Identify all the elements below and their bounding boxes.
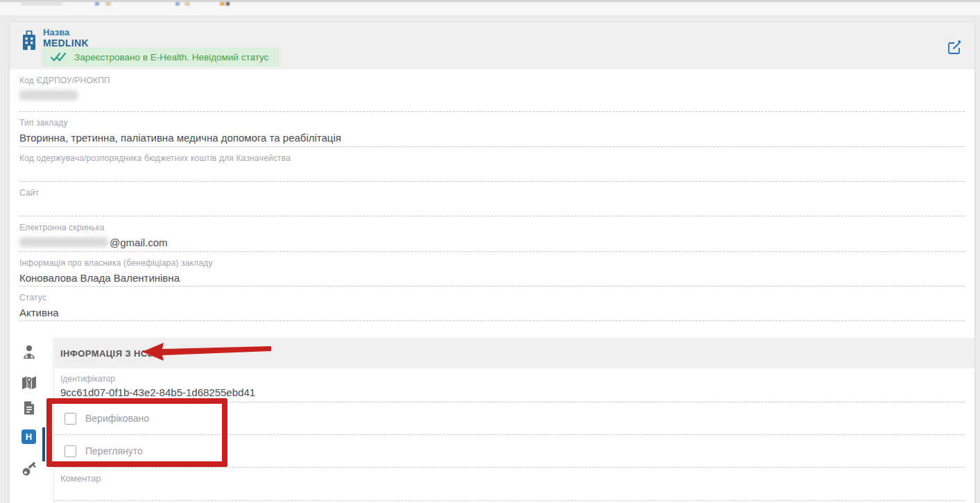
field-value	[19, 89, 965, 101]
field-label: Код ЄДРПОУ/РНОКПП	[19, 76, 965, 85]
field-value: @gmail.com	[19, 236, 965, 248]
toolbar-fragment	[175, 2, 180, 6]
identifier-value: 9cc61d07-0f1b-43e2-84b5-1d68255ebd41	[60, 386, 965, 398]
ehealth-status-text: Зареєстровано в E-Health. Невідомий стат…	[74, 52, 268, 62]
field-label: Статус	[19, 293, 965, 302]
redacted-value	[19, 237, 108, 247]
nszu-section: H ІНФОРМАЦІЯ З НСЗУ Ідентифікатор 9cc61d…	[10, 338, 974, 503]
ehealth-status-badge: Зареєстровано в E-Health. Невідомий стат…	[42, 47, 280, 67]
nszu-section-header: ІНФОРМАЦІЯ З НСЗУ	[55, 338, 974, 368]
field-value	[19, 201, 965, 214]
reviewed-checkbox-row: Переглянуто	[55, 435, 965, 468]
toolbar-fragment	[105, 2, 111, 6]
toolbar-fragment	[21, 2, 62, 6]
reviewed-checkbox[interactable]	[65, 445, 76, 457]
name-field-label: Назва	[43, 27, 69, 37]
hospital-building-icon	[21, 31, 37, 50]
field-label: Код одержувача/розпорядника бюджетних ко…	[19, 153, 965, 163]
field-row-facility-type: Тип закладу Вторинна, третинна, паліатив…	[19, 112, 965, 147]
email-domain-text: @gmail.com	[110, 237, 168, 248]
facility-card-header: Назва MEDLINK Зареєстровано в E-Health. …	[10, 22, 974, 69]
field-row-edrpou: Код ЄДРПОУ/РНОКПП	[19, 69, 965, 112]
redacted-value	[19, 90, 78, 100]
nszu-content: ІНФОРМАЦІЯ З НСЗУ Ідентифікатор 9cc61d07…	[55, 338, 974, 503]
field-row-owner: Інформація про власника (бенефіціара) за…	[19, 252, 965, 287]
field-label: Тип закладу	[19, 118, 965, 128]
toolbar-fragment	[184, 2, 190, 6]
double-check-icon	[51, 52, 66, 62]
field-value: Активна	[19, 306, 965, 318]
active-section-indicator	[42, 427, 45, 461]
field-label: Сайт	[19, 188, 965, 198]
comment-label: Коментар	[60, 473, 965, 484]
field-value	[19, 167, 965, 179]
facility-fields: Код ЄДРПОУ/РНОКПП Тип закладу Вторинна, …	[10, 69, 974, 321]
edit-button[interactable]	[947, 40, 963, 55]
toolbar-fragment	[226, 2, 230, 6]
field-row-website: Сайт	[19, 182, 965, 216]
section-icon-rail: H	[10, 338, 54, 503]
toolbar-fragment	[220, 2, 225, 6]
document-icon[interactable]	[22, 400, 37, 416]
field-value: Коновалова Влада Валентинівна	[19, 271, 965, 284]
field-label: Інформація про власника (бенефіціара) за…	[19, 258, 965, 268]
comment-row[interactable]: Коментар	[55, 468, 965, 501]
field-row-status: Статус Активна	[19, 287, 965, 321]
hospital-tab-icon[interactable]: H	[22, 429, 36, 444]
verified-checkbox-row: Верифіковано	[55, 402, 965, 435]
field-row-treasury-code: Код одержувача/розпорядника бюджетних ко…	[19, 147, 965, 182]
facility-card: Назва MEDLINK Зареєстровано в E-Health. …	[10, 22, 974, 503]
verified-checkbox-label: Верифіковано	[85, 413, 149, 424]
key-icon[interactable]	[22, 461, 37, 477]
field-row-email: Електронна скринька @gmail.com	[19, 216, 965, 252]
cropped-top-toolbar	[0, 0, 980, 15]
toolbar-fragment	[95, 2, 99, 6]
reviewed-checkbox-label: Переглянуто	[85, 445, 143, 457]
map-location-icon[interactable]	[22, 375, 37, 390]
identifier-label: Ідентифікатор	[60, 374, 965, 384]
verified-checkbox[interactable]	[65, 413, 76, 425]
field-label: Електронна скринька	[19, 223, 965, 232]
doctor-icon[interactable]	[22, 345, 37, 360]
nszu-section-title: ІНФОРМАЦІЯ З НСЗУ	[60, 348, 159, 359]
identifier-row: Ідентифікатор 9cc61d07-0f1b-43e2-84b5-1d…	[55, 368, 965, 402]
field-value: Вторинна, третинна, паліативна медична д…	[19, 131, 965, 144]
